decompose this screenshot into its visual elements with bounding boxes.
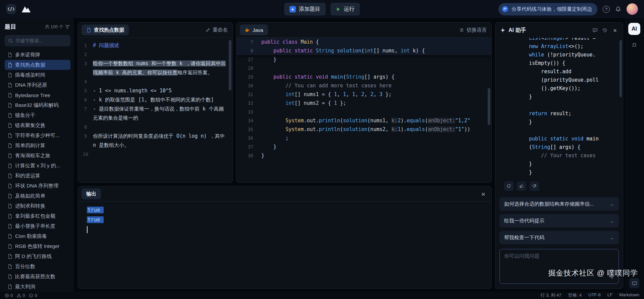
ai-input-box[interactable] [499,249,619,284]
sidebar-item-label: 比赛最高获胜次数 [15,273,55,280]
line-number: 7 [78,104,93,114]
search-input[interactable] [15,38,67,43]
sidebar-item[interactable]: Cion 勒索病毒 [5,231,70,241]
thumbs-down-button[interactable] [530,181,539,191]
close-output-button[interactable]: × [480,190,487,198]
code-editor[interactable]: 7public class Main {8 public static Stri… [236,38,491,182]
sidebar-item-label: 及格如此简单 [15,193,45,199]
bug-icon[interactable] [631,42,637,48]
sidebar-item[interactable]: 比赛最高获胜次数 [5,271,70,282]
line-text: 你所设计算法的时间复杂度必须优于 O(n log n) ，其中 n 是数组大小。 [93,132,232,150]
document-icon [7,83,12,88]
sidebar-item-label: 猫鱼分干 [15,112,35,119]
ai-suggestion-button[interactable]: 给我一些代码提示→ [499,214,619,227]
run-label: 运行 [344,6,355,13]
document-icon [7,274,12,279]
eol-sequence[interactable]: LF [607,292,612,298]
selected-output-text: true [87,216,104,223]
ai-scrollbar[interactable] [620,40,622,97]
sidebar-item[interactable]: 字符串有多少种可... [5,130,70,140]
regenerate-button[interactable] [504,181,514,191]
sidebar-item[interactable]: 链表聚集交换 [5,120,70,130]
problem-count-label: 共 100 个 [45,24,63,30]
errors-indicator[interactable]: 0 [5,293,13,298]
language-mode[interactable]: Markdown [619,292,639,298]
tab-output[interactable]: 输出 [82,188,101,199]
sidebar-item[interactable]: DNA 序列还原 [5,80,70,90]
markdown-line: 5- 1 <= nums.length <= 10^5 [78,86,232,95]
app-logo-icon[interactable] [6,4,16,14]
tab-problem[interactable]: 查找热点数据 [82,25,129,35]
sidebar-item[interactable]: 最大利润 [5,282,70,292]
document-icon [7,123,12,128]
sidebar-item[interactable]: RGB 色值转 Integer [5,241,70,251]
sidebar-item[interactable]: 简单四则计算 [5,140,70,151]
sidebar-item[interactable]: Bytedance Tree [5,90,70,100]
user-avatar[interactable] [627,3,638,15]
sidebar-item[interactable]: 查找热点数据 [5,60,70,70]
add-problem-button[interactable]: + 添加题目 [284,3,326,15]
document-icon [7,173,12,178]
markdown-line: 9你所设计算法的时间复杂度必须优于 O(n log n) ，其中 n 是数组大小… [78,132,232,150]
notifications-button[interactable] [615,6,621,12]
line-number: 29 [236,73,261,81]
problem-scrollbar[interactable] [229,40,231,90]
sidebar-item[interactable]: 进制求和转换 [5,201,70,211]
editor-scrollbar[interactable] [488,88,490,125]
ai-suggestion-button[interactable]: 帮我检查一下代码→ [499,231,619,244]
markdown-line: 3给你一个整数数组 nums 和一个整数 k ，请你返回其中出现频率前 k 高的… [78,59,232,77]
sidebar-item-label: DNA 序列还原 [15,82,47,88]
ai-code-line: public static void main [529,135,623,143]
line-number: 8 [78,123,93,132]
ai-suggestion-button[interactable]: 如何选择合适的数据结构来存储频率信...→ [499,197,619,211]
line-text: ; [261,134,288,142]
sidebar-item[interactable]: 阿 D 的飞行路线 [5,251,70,261]
sidebar-item[interactable]: 青海湖租车之旅 [5,151,70,161]
ai-code-line: new ArrayList<>(); [529,42,623,51]
sidebar-item[interactable]: 环状 DNA 序列整理 [5,181,70,191]
ai-assistant-toggle[interactable]: AI [628,23,640,35]
filter-icon[interactable] [65,25,70,29]
share-promo-banner[interactable]: 分享代码练习体验，领限量定制周边 [498,3,597,15]
close-ai-button[interactable]: × [612,27,618,34]
sidebar-item[interactable]: Base32 编码和解码 [5,100,70,110]
sidebar-item[interactable]: 猫鱼分干 [5,110,70,120]
problem-content[interactable]: 1# 问题描述2 3给你一个整数数组 nums 和一个整数 k ，请你返回其中出… [78,38,232,182]
help-button[interactable]: ? [603,6,610,13]
warnings-indicator[interactable]: 0 [17,293,25,298]
cursor-position[interactable]: 行 3, 列 47 [540,292,561,298]
encoding[interactable]: UTF-8 [588,292,601,298]
indentation[interactable]: 空格: 4 [568,292,582,298]
sidebar-item[interactable]: 拿到最多红包金额 [5,211,70,221]
console-toggle-button[interactable] [629,278,639,288]
sidebar-item-label: 病毒感染时间 [15,72,45,78]
history-icon[interactable] [602,28,607,33]
rename-button[interactable]: 重命名 [206,27,228,33]
sidebar-item[interactable]: 百分位数 [5,261,70,271]
search-box[interactable] [5,35,70,46]
info-indicator[interactable]: 0 [29,293,37,298]
thumbs-up-button[interactable] [517,181,526,191]
send-icon[interactable] [608,274,614,280]
switch-language-button[interactable]: 切换语言 [459,27,487,33]
sidebar-item[interactable]: 最小替换子串长度 [5,221,70,231]
sidebar-item[interactable]: 多米诺骨牌 [5,50,70,60]
tab-java[interactable]: Java [240,25,268,35]
line-number: 31 [236,90,261,99]
brand-logo-icon[interactable] [21,5,32,13]
sidebar-item[interactable]: 及格如此简单 [5,191,70,201]
sidebar-item[interactable]: 病毒感染时间 [5,70,70,80]
ai-question-input[interactable] [500,249,619,284]
sidebar-item[interactable]: 计算位置 x 到 y 的... [5,161,70,171]
run-button[interactable]: 运行 [330,3,360,15]
document-icon [7,284,12,289]
ai-code-line: result.add [529,68,623,76]
document-icon [7,194,12,199]
arrow-icon: → [609,201,614,207]
output-content[interactable]: truetrue [78,202,491,289]
sidebar-item[interactable]: 和的逆运算 [5,171,70,181]
ai-assistant-panel: AI 助手 × List<Integer> result =new ArrayL… [495,22,623,289]
new-chat-button[interactable] [592,28,598,33]
sidebar-item-label: Cion 勒索病毒 [15,233,47,240]
ai-chat-area[interactable]: List<Integer> result =new ArrayList<>();… [495,38,623,197]
